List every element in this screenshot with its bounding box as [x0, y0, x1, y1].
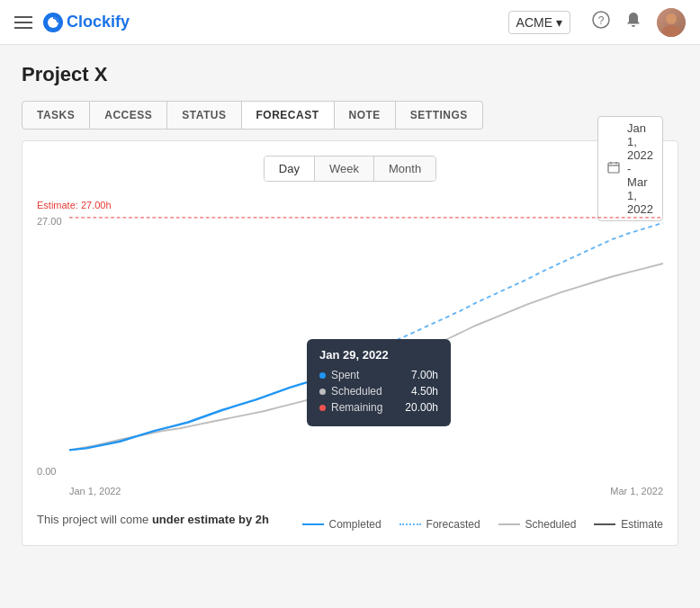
status-emphasis: under estimate by 2h	[152, 513, 269, 526]
view-toggle: Day Week Month	[264, 156, 436, 182]
legend-forecasted: Forecasted	[399, 518, 480, 531]
svg-text:?: ?	[598, 14, 605, 27]
avatar[interactable]	[657, 8, 686, 37]
chart-container: Day Week Month Jan 1, 2022 - Mar 1, 2022…	[22, 140, 678, 546]
legend-completed-line	[302, 523, 324, 525]
legend-completed: Completed	[302, 518, 381, 531]
chart-area: Estimate: 27.00h 27.00 0.00 Jan 1, 2022 …	[37, 200, 663, 496]
y-axis-top: 27.00	[37, 216, 62, 227]
tooltip-scheduled-row: Scheduled 4.50h	[319, 385, 438, 398]
header-icons: ?	[592, 8, 686, 37]
view-month-button[interactable]: Month	[374, 156, 435, 181]
legend-estimate-line	[594, 523, 615, 525]
menu-icon[interactable]	[14, 16, 32, 29]
tab-settings[interactable]: SETTINGS	[396, 101, 483, 130]
estimate-label: Estimate: 27.00h	[37, 200, 112, 210]
legend: Completed Forecasted Scheduled Estimate	[302, 518, 663, 531]
logo-icon	[43, 13, 63, 32]
workspace-selector[interactable]: ACME ▾	[508, 11, 570, 34]
chevron-down-icon: ▾	[556, 15, 562, 30]
help-icon[interactable]: ?	[592, 11, 610, 33]
tooltip-remaining-dot	[319, 405, 326, 411]
tooltip-spent-row: Spent 7.00h	[319, 369, 438, 381]
legend-forecasted-line	[399, 523, 421, 525]
workspace-name: ACME	[516, 15, 552, 30]
legend-scheduled-line	[498, 523, 520, 525]
legend-completed-label: Completed	[329, 518, 381, 531]
header: Clockify ACME ▾ ?	[0, 0, 700, 45]
tooltip-spent-dot	[319, 372, 326, 379]
chart-controls: Day Week Month Jan 1, 2022 - Mar 1, 2022…	[37, 156, 663, 182]
tooltip-remaining-label: Remaining	[331, 401, 399, 414]
legend-scheduled-label: Scheduled	[525, 518, 577, 531]
status-text-before: This project will come	[37, 513, 148, 526]
svg-point-3	[666, 13, 677, 24]
svg-rect-5	[608, 163, 619, 173]
legend-estimate-label: Estimate	[621, 518, 663, 531]
status-bar: This project will come under estimate by…	[37, 507, 663, 531]
tab-access[interactable]: ACCESS	[90, 101, 167, 130]
tooltip-remaining-value: 20.00h	[405, 401, 438, 414]
svg-point-4	[662, 25, 680, 37]
tooltip-spent-label: Spent	[331, 369, 406, 381]
legend-forecasted-label: Forecasted	[426, 518, 480, 531]
y-axis-bottom: 0.00	[37, 466, 56, 477]
tooltip-date: Jan 29, 2022	[319, 348, 438, 362]
tab-tasks[interactable]: TASKS	[22, 101, 90, 130]
bell-icon[interactable]	[624, 11, 642, 33]
tooltip-scheduled-dot	[319, 389, 326, 395]
calendar-icon	[607, 161, 620, 176]
page-title: Project X	[22, 63, 678, 86]
legend-scheduled: Scheduled	[498, 518, 577, 531]
view-day-button[interactable]: Day	[265, 156, 315, 181]
chart-tooltip: Jan 29, 2022 Spent 7.00h Scheduled 4.50h…	[307, 339, 451, 426]
tooltip-scheduled-label: Scheduled	[331, 385, 406, 398]
logo: Clockify	[43, 13, 130, 32]
tooltip-scheduled-value: 4.50h	[411, 385, 438, 398]
tab-note[interactable]: NOTE	[335, 101, 396, 130]
tabs: TASKS ACCESS STATUS FORECAST NOTE SETTIN…	[22, 101, 678, 130]
page-content: Project X TASKS ACCESS STATUS FORECAST N…	[0, 45, 700, 564]
tooltip-spent-value: 7.00h	[411, 369, 438, 381]
x-axis-left: Jan 1, 2022	[69, 486, 121, 496]
status-text: This project will come under estimate by…	[37, 513, 269, 526]
view-week-button[interactable]: Week	[315, 156, 374, 181]
tooltip-remaining-row: Remaining 20.00h	[319, 401, 438, 414]
logo-text: Clockify	[67, 13, 130, 31]
x-axis-right: Mar 1, 2022	[610, 486, 663, 496]
legend-estimate: Estimate	[594, 518, 663, 531]
tab-status[interactable]: STATUS	[167, 101, 241, 130]
tab-forecast[interactable]: FORECAST	[242, 101, 335, 130]
